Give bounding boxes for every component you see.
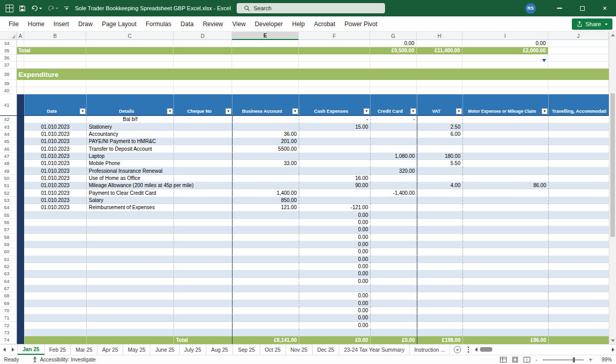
cell-C55[interactable] bbox=[86, 211, 174, 218]
cell-B34[interactable] bbox=[24, 40, 86, 47]
cell-I56[interactable] bbox=[463, 219, 548, 226]
cell-G58[interactable] bbox=[370, 234, 417, 241]
cell-H48[interactable]: 5.50 bbox=[417, 160, 463, 167]
cell-G59[interactable] bbox=[370, 241, 417, 248]
menu-page-layout[interactable]: Page Layout bbox=[97, 16, 141, 32]
cell-J68[interactable] bbox=[548, 292, 609, 299]
cell-D54[interactable] bbox=[174, 204, 232, 211]
cell-A52[interactable] bbox=[17, 189, 24, 196]
row-header-58[interactable]: 58 bbox=[0, 234, 17, 241]
cell-H50[interactable] bbox=[417, 175, 463, 182]
cell-J39[interactable] bbox=[548, 80, 609, 87]
cell-A36[interactable] bbox=[17, 54, 24, 62]
cell-H54[interactable] bbox=[417, 204, 463, 211]
filter-dropdown-icon[interactable]: ▼ bbox=[410, 108, 416, 114]
horizontal-scroll-thumb[interactable] bbox=[480, 347, 492, 352]
row-header-38[interactable]: 38 bbox=[0, 69, 17, 80]
cell-C39[interactable] bbox=[86, 80, 174, 87]
menu-power-pivot[interactable]: Power Pivot bbox=[340, 16, 382, 32]
cell-G52[interactable]: -1,400.00 bbox=[370, 189, 417, 196]
cell-F56[interactable]: 0.00 bbox=[299, 219, 370, 226]
cell-E40[interactable] bbox=[232, 87, 299, 94]
vertical-scroll-thumb[interactable] bbox=[610, 93, 615, 237]
cell-B51[interactable]: 01.010.2023 bbox=[24, 182, 86, 189]
cell-B41[interactable]: Date▼ bbox=[24, 94, 86, 115]
cell-C59[interactable] bbox=[86, 241, 174, 248]
cell-H43[interactable]: 2.50 bbox=[417, 123, 463, 130]
row-header-63[interactable]: 63 bbox=[0, 270, 17, 277]
cell-E42[interactable] bbox=[232, 116, 299, 123]
cell-I45[interactable] bbox=[463, 138, 548, 145]
cell-I69[interactable] bbox=[463, 300, 548, 307]
cell-J56[interactable] bbox=[548, 219, 609, 226]
cell-B42[interactable] bbox=[24, 116, 86, 123]
cell-G34[interactable]: 0.00 bbox=[370, 40, 417, 47]
cell-C60[interactable] bbox=[86, 248, 174, 255]
cell-E71[interactable] bbox=[232, 314, 299, 321]
cell-G64[interactable] bbox=[370, 278, 417, 285]
filter-dropdown-icon[interactable]: ▼ bbox=[363, 108, 370, 114]
cell-G55[interactable] bbox=[370, 211, 417, 218]
cell-F54[interactable]: -121.00 bbox=[299, 204, 370, 211]
cell-C56[interactable] bbox=[86, 219, 174, 226]
cell-H74[interactable]: £198.00 bbox=[417, 336, 463, 343]
row-header-49[interactable]: 49 bbox=[0, 167, 17, 174]
cell-C49[interactable]: Professional Insurance Renewal bbox=[86, 167, 174, 174]
cell-G35[interactable]: £9,500.00 bbox=[370, 47, 417, 54]
cell-I34[interactable]: 0.00 bbox=[463, 40, 548, 47]
cell-B46[interactable]: 01.010.2023 bbox=[24, 145, 86, 152]
column-header-F[interactable]: F bbox=[299, 32, 370, 40]
cell-G50[interactable] bbox=[370, 175, 417, 182]
cell-E49[interactable] bbox=[232, 167, 299, 174]
row-header-51[interactable]: 51 bbox=[0, 182, 17, 189]
filter-dropdown-icon[interactable]: ▼ bbox=[167, 108, 173, 114]
vertical-scrollbar[interactable] bbox=[609, 32, 616, 344]
cell-J46[interactable] bbox=[548, 145, 609, 152]
cell-B71[interactable] bbox=[24, 314, 86, 321]
cell-A55[interactable] bbox=[17, 211, 24, 218]
cell-C35[interactable] bbox=[86, 47, 174, 54]
cell-C61[interactable] bbox=[86, 256, 174, 263]
horizontal-scrollbar[interactable] bbox=[475, 346, 614, 353]
cell-B61[interactable] bbox=[24, 256, 86, 263]
cell-B70[interactable] bbox=[24, 307, 86, 314]
cell-C42[interactable]: Bal b/f bbox=[86, 116, 174, 123]
cell-I71[interactable] bbox=[463, 314, 548, 321]
scroll-down-icon[interactable] bbox=[611, 339, 615, 342]
row-header-48[interactable]: 48 bbox=[0, 160, 17, 167]
cell-A61[interactable] bbox=[17, 256, 24, 263]
save-icon[interactable] bbox=[19, 5, 26, 12]
cell-E51[interactable] bbox=[232, 182, 299, 189]
cell-D50[interactable] bbox=[174, 175, 232, 182]
cell-C64[interactable] bbox=[86, 278, 174, 285]
cell-A44[interactable] bbox=[17, 131, 24, 138]
cell-H59[interactable] bbox=[417, 241, 463, 248]
cell-B60[interactable] bbox=[24, 248, 86, 255]
cell-J54[interactable] bbox=[548, 204, 609, 211]
cell-C70[interactable] bbox=[86, 307, 174, 314]
row-header-69[interactable]: 69 bbox=[0, 300, 17, 307]
cell-F57[interactable]: 0.00 bbox=[299, 226, 370, 233]
zoom-slider[interactable] bbox=[543, 359, 584, 360]
cell-B59[interactable] bbox=[24, 241, 86, 248]
cell-B53[interactable]: 01.010.2023 bbox=[24, 197, 86, 204]
minimize-button[interactable] bbox=[548, 0, 571, 16]
cell-I41[interactable]: Motor Expenses or Mileage Claim▼ bbox=[463, 94, 548, 115]
row-header-46[interactable]: 46 bbox=[0, 145, 17, 152]
cell-F58[interactable]: 0.00 bbox=[299, 234, 370, 241]
sheet-tab-mar-25[interactable]: Mar 25 bbox=[71, 345, 98, 355]
cell-J51[interactable] bbox=[548, 182, 609, 189]
cell-I72[interactable] bbox=[463, 322, 548, 329]
share-dropdown-icon[interactable] bbox=[605, 24, 608, 25]
cell-A59[interactable] bbox=[17, 241, 24, 248]
sheet-nav-right-button[interactable] bbox=[9, 345, 17, 355]
cell-B49[interactable]: 01.010.2023 bbox=[24, 167, 86, 174]
cell-E34[interactable] bbox=[232, 40, 299, 47]
cell-F36[interactable] bbox=[299, 54, 370, 62]
cell-H58[interactable] bbox=[417, 234, 463, 241]
cell-H55[interactable] bbox=[417, 211, 463, 218]
scroll-up-icon[interactable] bbox=[611, 34, 615, 36]
cell-A70[interactable] bbox=[17, 307, 24, 314]
cell-D73[interactable] bbox=[174, 329, 232, 336]
cell-E45[interactable]: 201.00 bbox=[232, 138, 299, 145]
